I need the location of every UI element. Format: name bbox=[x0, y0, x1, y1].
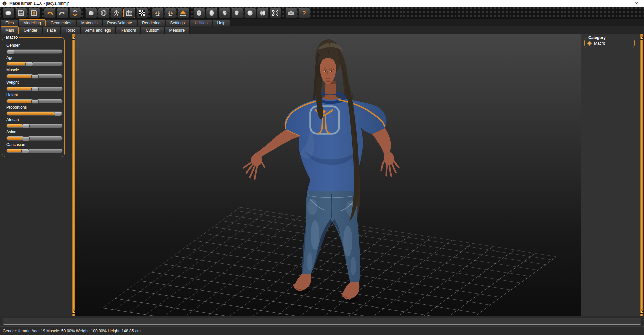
tab-settings[interactable]: Settings bbox=[166, 20, 190, 26]
wireframe-globe-button[interactable] bbox=[98, 8, 110, 18]
status-text: Gender: female Age: 19 Muscle: 50.00% We… bbox=[3, 329, 141, 333]
splitter-grip-icon[interactable] bbox=[640, 35, 643, 40]
slider-track-muscle[interactable] bbox=[6, 74, 63, 78]
slider-track-height[interactable] bbox=[6, 99, 63, 103]
slider-fill bbox=[7, 137, 22, 140]
sub-tab-bar: MainGenderFaceTorsoArms and legsRandomCu… bbox=[0, 26, 644, 34]
pose-icon bbox=[112, 9, 120, 17]
category-group: Category Macro bbox=[584, 38, 635, 48]
save-button[interactable] bbox=[15, 8, 27, 18]
slider-handle-weight[interactable] bbox=[31, 87, 39, 91]
wireframe-globe-icon bbox=[100, 9, 108, 17]
tab-pose-animate[interactable]: Pose/Animate bbox=[102, 20, 137, 26]
view-head-left-button[interactable] bbox=[231, 8, 243, 18]
slider-handle-muscle[interactable] bbox=[31, 74, 39, 79]
category-option-macro[interactable]: Macro bbox=[587, 41, 632, 46]
macro-group-title: Macro bbox=[5, 35, 19, 40]
macro-slider-row: Height bbox=[6, 93, 62, 103]
help-icon: ? bbox=[300, 9, 308, 17]
slider-label-muscle: Muscle bbox=[6, 68, 62, 72]
symmetry-both-button[interactable] bbox=[177, 8, 189, 18]
slider-track-african[interactable] bbox=[6, 124, 63, 128]
slider-track-gender[interactable] bbox=[6, 49, 63, 54]
radio-selected-icon[interactable] bbox=[587, 41, 592, 46]
subtab-gender[interactable]: Gender bbox=[19, 27, 42, 34]
toolbar-separator bbox=[40, 7, 43, 19]
symmetry-left-button[interactable] bbox=[165, 8, 176, 18]
view-head-back-button[interactable] bbox=[206, 8, 218, 18]
tab-utilities[interactable]: Utilities bbox=[190, 20, 212, 26]
tab-geometries[interactable]: Geometries bbox=[46, 20, 76, 26]
slider-handle-height[interactable] bbox=[31, 99, 39, 104]
splitter-grip-icon[interactable] bbox=[72, 309, 75, 314]
slider-handle-gender[interactable] bbox=[7, 50, 14, 54]
splitter-grip-icon[interactable] bbox=[72, 35, 75, 40]
splitter-grip-icon[interactable] bbox=[640, 309, 643, 314]
tab-rendering[interactable]: Rendering bbox=[137, 20, 165, 26]
slider-track-age[interactable] bbox=[6, 62, 63, 66]
slider-track-asian[interactable] bbox=[6, 136, 63, 141]
subtab-torso[interactable]: Torso bbox=[61, 27, 80, 34]
new-document-button[interactable] bbox=[3, 8, 14, 18]
viewport-3d[interactable] bbox=[75, 34, 581, 316]
left-panel-splitter[interactable] bbox=[72, 34, 75, 316]
reload-icon bbox=[71, 9, 79, 17]
slider-handle-age[interactable] bbox=[25, 62, 33, 66]
slider-track-caucasian[interactable] bbox=[6, 149, 63, 153]
slider-track-weight[interactable] bbox=[6, 87, 63, 91]
tab-files[interactable]: Files bbox=[1, 20, 18, 26]
smooth-button[interactable] bbox=[85, 8, 97, 18]
restore-button[interactable] bbox=[614, 0, 629, 7]
subtab-measure[interactable]: Measure bbox=[164, 27, 190, 34]
left-panel: Macro GenderAgeMuscleWeightHeightProport… bbox=[0, 34, 72, 316]
slider-label-african: African bbox=[6, 117, 62, 122]
toolbar-separator bbox=[190, 7, 193, 19]
slider-label-asian: Asian bbox=[6, 130, 62, 134]
pose-button[interactable] bbox=[111, 8, 122, 18]
reload-button[interactable] bbox=[69, 8, 81, 18]
macro-slider-row: Gender bbox=[6, 43, 62, 54]
load-icon bbox=[30, 9, 38, 17]
undo-button[interactable] bbox=[44, 8, 56, 18]
redo-icon bbox=[58, 9, 66, 17]
view-face-front-button[interactable] bbox=[193, 8, 205, 18]
slider-fill bbox=[7, 112, 54, 115]
character-model[interactable] bbox=[75, 34, 581, 316]
redo-button[interactable] bbox=[57, 8, 68, 18]
view-head-top-button[interactable] bbox=[244, 8, 256, 18]
view-head-both-button[interactable] bbox=[257, 8, 269, 18]
symmetry-right-icon bbox=[154, 9, 162, 17]
symmetry-right-button[interactable] bbox=[152, 8, 164, 18]
tab-modelling[interactable]: Modelling bbox=[19, 19, 45, 26]
subtab-arms-and-legs[interactable]: Arms and legs bbox=[80, 27, 116, 34]
slider-track-proportions[interactable] bbox=[6, 111, 63, 116]
view-head-right-button[interactable] bbox=[219, 8, 230, 18]
load-button[interactable] bbox=[28, 8, 40, 18]
window-title: MakeHuman 1.1.0 - [lady1.mhm]* bbox=[9, 1, 599, 6]
svg-text:?: ? bbox=[302, 9, 306, 16]
minimize-button[interactable] bbox=[599, 0, 614, 7]
progress-bar-row bbox=[0, 316, 644, 326]
tab-help[interactable]: Help bbox=[213, 20, 230, 26]
view-head-right-icon bbox=[220, 9, 228, 17]
subdivide-checker-button[interactable] bbox=[136, 8, 148, 18]
grab-screenshot-button[interactable] bbox=[285, 8, 297, 18]
macro-slider-row: Weight bbox=[6, 80, 62, 91]
subdivide-checker-icon bbox=[138, 9, 146, 17]
tab-materials[interactable]: Materials bbox=[76, 20, 102, 26]
view-orbit-button[interactable] bbox=[270, 8, 281, 18]
smooth-icon bbox=[87, 9, 95, 17]
subtab-face[interactable]: Face bbox=[42, 27, 61, 34]
close-button[interactable]: ✕ bbox=[629, 0, 644, 7]
symmetry-left-icon bbox=[166, 9, 174, 17]
help-button[interactable]: ? bbox=[298, 8, 310, 18]
grid-button[interactable] bbox=[123, 8, 135, 18]
subtab-main[interactable]: Main bbox=[1, 26, 19, 34]
subtab-random[interactable]: Random bbox=[116, 27, 141, 34]
slider-handle-proportions[interactable] bbox=[54, 112, 61, 116]
subtab-custom[interactable]: Custom bbox=[141, 27, 164, 34]
slider-handle-asian[interactable] bbox=[22, 136, 30, 141]
slider-handle-african[interactable] bbox=[22, 124, 30, 128]
slider-handle-caucasian[interactable] bbox=[21, 149, 29, 153]
right-panel-splitter[interactable] bbox=[640, 34, 643, 316]
